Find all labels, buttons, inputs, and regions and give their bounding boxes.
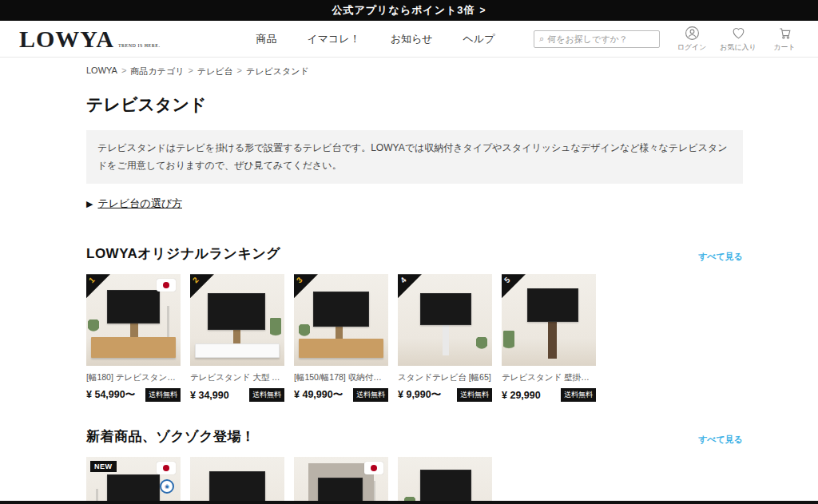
product-price: ¥ 29,990 — [502, 390, 541, 401]
ranking-see-all-link[interactable]: すべて見る — [698, 251, 743, 263]
product-card[interactable] — [190, 457, 284, 504]
main-nav: 商品 イマコレ！ お知らせ ヘルプ — [256, 32, 494, 46]
search-input[interactable] — [547, 34, 654, 44]
nav-item-imakore[interactable]: イマコレ！ — [307, 32, 359, 46]
header-icons: ログイン お気に入り カート — [674, 26, 802, 53]
product-card[interactable]: 5 テレビスタンド 壁掛け風テ… ¥ 29,990 送料無料 — [502, 274, 596, 402]
banner-text: 公式アプリならポイント3倍 — [332, 3, 475, 18]
product-image — [398, 457, 492, 504]
footer-edge — [0, 501, 818, 504]
logo-tagline: TREND IS HERE. — [118, 43, 161, 48]
breadcrumb-sep: > — [237, 65, 242, 77]
japan-flag-icon — [364, 462, 383, 474]
product-image — [294, 457, 388, 504]
cart-icon — [777, 26, 792, 41]
breadcrumb-sep: > — [188, 65, 193, 77]
product-card[interactable]: NEW ◉ — [86, 457, 181, 504]
product-image: 1 — [86, 274, 181, 366]
product-image: 4 — [398, 274, 492, 366]
breadcrumb-sep: > — [121, 65, 126, 77]
logo-text: LOWYA — [19, 26, 114, 53]
certification-mark-icon: ◉ — [160, 479, 174, 494]
breadcrumb-category[interactable]: 商品カテゴリ — [130, 65, 184, 77]
heart-icon — [731, 26, 746, 41]
ranking-section: LOWYAオリジナルランキング すべて見る 1 [幅180] テレビスタンド 壁… — [86, 244, 818, 402]
free-shipping-badge: 送料無料 — [145, 388, 181, 402]
guide-link-label: テレビ台の選び方 — [97, 196, 182, 211]
ranking-section-title: LOWYAオリジナルランキング — [86, 244, 280, 263]
cart-button[interactable]: カート — [767, 26, 802, 53]
breadcrumb-tv-stand[interactable]: テレビスタンド — [246, 65, 309, 77]
free-shipping-badge: 送料無料 — [353, 388, 388, 402]
breadcrumb: LOWYA > 商品カテゴリ > テレビ台 > テレビスタンド — [86, 58, 818, 77]
search-icon: ⌕ — [539, 34, 544, 44]
product-title: [幅180] テレビスタンド 壁… — [86, 372, 181, 383]
tv-board-guide-link[interactable]: ▶ テレビ台の選び方 — [86, 196, 818, 211]
breadcrumb-home[interactable]: LOWYA — [86, 65, 117, 77]
lowya-logo[interactable]: LOWYA TREND IS HERE. — [19, 26, 160, 53]
page-title: テレビスタンド — [86, 93, 818, 116]
product-title: スタンドテレビ台 [幅65] — [398, 372, 492, 383]
new-badge: NEW — [90, 461, 117, 472]
cart-label: カート — [773, 42, 795, 53]
product-title: [幅150/幅178] 収納付きテ… — [294, 372, 388, 383]
site-header: LOWYA TREND IS HERE. 商品 イマコレ！ お知らせ ヘルプ ⌕… — [0, 21, 818, 58]
product-card[interactable]: 2 テレビスタンド 大型 65イン… ¥ 34,990 送料無料 — [190, 274, 284, 402]
product-card[interactable] — [294, 457, 388, 504]
free-shipping-badge: 送料無料 — [249, 388, 284, 402]
new-section-title: 新着商品、ゾクゾク登場！ — [86, 427, 256, 446]
chevron-right-icon: > — [479, 5, 486, 16]
search-box[interactable]: ⌕ — [534, 30, 660, 48]
product-image: 5 — [502, 274, 596, 366]
user-icon — [685, 26, 700, 41]
login-button[interactable]: ログイン — [674, 26, 709, 53]
product-card[interactable]: 3 [幅150/幅178] 収納付きテ… ¥ 49,990〜 送料無料 — [294, 274, 388, 402]
product-image — [190, 457, 284, 504]
new-see-all-link[interactable]: すべて見る — [698, 434, 743, 446]
ranking-cards: 1 [幅180] テレビスタンド 壁… ¥ 54,990〜 送料無料 2 — [86, 274, 818, 402]
play-arrow-icon: ▶ — [86, 199, 93, 209]
product-price: ¥ 9,990〜 — [398, 388, 441, 402]
japan-flag-icon — [157, 462, 176, 474]
product-price: ¥ 34,990 — [190, 390, 229, 401]
breadcrumb-tv-board[interactable]: テレビ台 — [197, 65, 233, 77]
product-title: テレビスタンド 壁掛け風テ… — [502, 372, 596, 383]
favorites-button[interactable]: お気に入り — [721, 26, 756, 53]
nav-item-products[interactable]: 商品 — [256, 32, 276, 46]
new-arrivals-section: 新着商品、ゾクゾク登場！ すべて見る NEW ◉ — [86, 427, 818, 504]
nav-item-news[interactable]: お知らせ — [391, 32, 433, 46]
product-card[interactable] — [398, 457, 492, 504]
login-label: ログイン — [677, 42, 707, 53]
category-description: テレビスタンドはテレビを掛ける形で設置するテレビ台です。LOWYAでは収納付きタ… — [86, 130, 743, 184]
product-image: 2 — [190, 274, 284, 366]
product-price: ¥ 49,990〜 — [294, 388, 343, 402]
nav-item-help[interactable]: ヘルプ — [463, 32, 495, 46]
product-card[interactable]: 4 スタンドテレビ台 [幅65] ¥ 9,990〜 送料無料 — [398, 274, 492, 402]
product-price: ¥ 54,990〜 — [86, 388, 135, 402]
product-card[interactable]: 1 [幅180] テレビスタンド 壁… ¥ 54,990〜 送料無料 — [86, 274, 181, 402]
product-image: 3 — [294, 274, 388, 366]
app-promo-banner[interactable]: 公式アプリならポイント3倍 > — [0, 0, 818, 21]
new-arrival-cards: NEW ◉ — [86, 457, 818, 504]
product-image: NEW ◉ — [86, 457, 181, 504]
free-shipping-badge: 送料無料 — [561, 388, 596, 402]
favorites-label: お気に入り — [720, 42, 756, 53]
product-title: テレビスタンド 大型 65イン… — [190, 372, 284, 383]
free-shipping-badge: 送料無料 — [457, 388, 492, 402]
japan-flag-icon — [157, 279, 176, 292]
